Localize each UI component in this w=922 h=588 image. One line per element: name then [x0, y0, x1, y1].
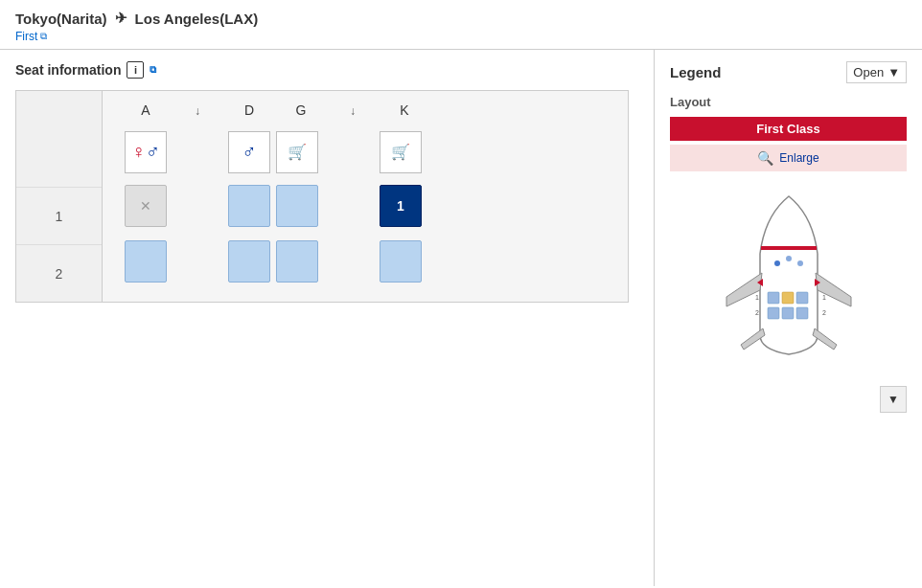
info-icon[interactable]: i — [127, 61, 144, 79]
toilet-female-male-box: ♀ ♂ — [125, 131, 167, 173]
row-label-header-spacer — [16, 91, 102, 187]
seat-1G-cell — [273, 182, 321, 230]
col-arrow-2: ↓ — [344, 104, 361, 118]
seat-1K[interactable]: 1 — [380, 185, 422, 227]
svg-text:2: 2 — [755, 309, 759, 316]
amenity-row: ♀ ♂ ♂ � — [103, 125, 532, 178]
legend-header: Legend Open ▼ — [670, 61, 907, 83]
svg-text:1: 1 — [755, 294, 759, 301]
scroll-down-button[interactable]: ▼ — [880, 386, 907, 413]
male-icon: ♂ — [146, 141, 160, 163]
svg-rect-8 — [796, 307, 808, 319]
right-spacer — [532, 91, 628, 302]
enlarge-section[interactable]: 🔍 Enlarge — [670, 145, 907, 171]
cart-icon-2: 🛒 — [391, 143, 410, 161]
route-title: Tokyo(Narita) ✈ Los Angeles(LAX) — [15, 10, 907, 27]
seat-1G[interactable] — [276, 185, 318, 227]
seat-info-title: Seat information — [15, 62, 121, 78]
amenity-A: ♀ ♂ — [122, 129, 170, 175]
col-header-G: G — [277, 102, 325, 118]
legend-title: Legend — [670, 64, 721, 80]
male-icon-2: ♂ — [242, 141, 257, 163]
seat-2D-cell — [225, 237, 273, 285]
plane-diagram-svg: 1 2 1 2 — [707, 187, 870, 378]
dropdown-arrow-icon: ▼ — [887, 65, 900, 79]
seat-2G[interactable] — [276, 240, 318, 283]
cart-box-2: 🛒 — [380, 131, 422, 173]
seat-grid: A ↓ D G ↓ K ♀ — [103, 91, 532, 302]
female-icon: ♀ — [131, 141, 146, 163]
svg-rect-5 — [796, 292, 808, 304]
seat-2K[interactable] — [380, 240, 422, 283]
svg-point-11 — [797, 260, 803, 266]
destination: Los Angeles(LAX) — [135, 11, 259, 27]
svg-point-10 — [786, 256, 792, 261]
seat-1K-cell: 1 — [377, 182, 425, 230]
open-dropdown[interactable]: Open ▼ — [846, 61, 907, 83]
seat-info-external-icon[interactable]: ⧉ — [150, 64, 156, 76]
amenity-G: 🛒 — [273, 129, 321, 175]
main-content: Seat information i ⧉ 1 2 A ↓ D — [0, 50, 922, 586]
svg-text:1: 1 — [822, 294, 826, 301]
seat-1A-cell: ✕ — [122, 182, 170, 230]
origin: Tokyo(Narita) — [15, 11, 107, 27]
row-label-2: 2 — [16, 244, 102, 302]
first-class-link[interactable]: First ⧉ — [15, 30, 47, 43]
layout-section: Layout First Class 🔍 Enlarge — [670, 95, 907, 171]
cart-box-1: 🛒 — [276, 131, 318, 173]
seat-1D[interactable] — [228, 185, 270, 227]
seat-2A[interactable] — [125, 240, 167, 283]
row-labels: 1 2 — [16, 91, 103, 302]
first-class-badge: First Class — [670, 117, 907, 141]
seat-2D[interactable] — [228, 240, 270, 283]
open-label: Open — [853, 65, 884, 79]
seat-1D-cell — [225, 182, 273, 230]
col-header-A: A — [122, 102, 170, 118]
col-arrow-1: ↓ — [189, 104, 206, 118]
layout-label: Layout — [670, 95, 907, 109]
amenity-D: ♂ — [225, 129, 273, 175]
seat-2A-cell — [122, 237, 170, 285]
top-bar: Tokyo(Narita) ✈ Los Angeles(LAX) First ⧉ — [0, 0, 922, 50]
enlarge-icon: 🔍 — [757, 150, 773, 166]
column-headers: A ↓ D G ↓ K — [103, 91, 532, 125]
seat-2K-cell — [377, 237, 425, 285]
seat-row-2 — [103, 234, 532, 289]
seat-info-header: Seat information i ⧉ — [15, 61, 638, 79]
seat-map-container: 1 2 A ↓ D G ↓ K — [15, 90, 629, 303]
svg-rect-4 — [782, 292, 794, 304]
seat-1A: ✕ — [125, 185, 167, 227]
svg-rect-6 — [768, 307, 779, 319]
svg-rect-0 — [761, 246, 817, 250]
col-header-K: K — [380, 102, 428, 118]
toilet-male-box: ♂ — [228, 131, 270, 173]
seat-row-1: ✕ — [103, 178, 532, 234]
svg-rect-7 — [782, 307, 794, 319]
col-header-D: D — [225, 102, 273, 118]
amenity-K: 🛒 — [377, 129, 425, 175]
legend-panel: Legend Open ▼ Layout First Class 🔍 Enlar… — [654, 50, 922, 586]
svg-text:2: 2 — [822, 309, 826, 316]
seat-2G-cell — [273, 237, 321, 285]
cart-icon-1: 🛒 — [288, 143, 307, 161]
enlarge-label: Enlarge — [779, 151, 818, 165]
plane-diagram: 1 2 1 2 — [670, 187, 907, 378]
external-link-icon: ⧉ — [40, 31, 47, 42]
seat-panel: Seat information i ⧉ 1 2 A ↓ D — [0, 50, 654, 586]
svg-rect-3 — [768, 292, 779, 304]
row-label-1: 1 — [16, 187, 102, 244]
svg-point-9 — [774, 260, 780, 266]
flight-arrow-icon: ✈ — [115, 10, 127, 27]
